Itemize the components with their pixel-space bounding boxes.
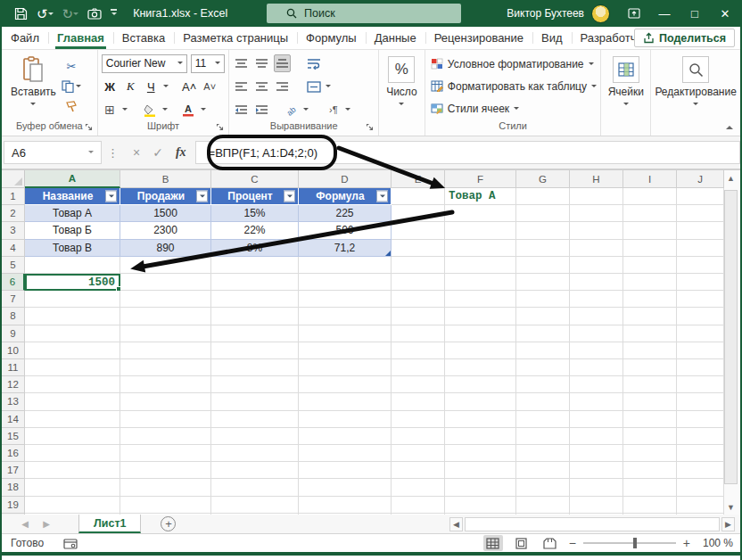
cell-A16[interactable] (25, 445, 120, 462)
collapse-ribbon-chevron[interactable] (726, 122, 733, 129)
cell-H8[interactable] (570, 308, 623, 325)
cell-G7[interactable] (516, 291, 570, 308)
row-header-19[interactable]: 19 (2, 497, 25, 514)
zoom-level-label[interactable]: 100 % (699, 537, 733, 549)
cell-F15[interactable] (445, 428, 516, 445)
user-name[interactable]: Виктор Бухтеев (507, 7, 584, 20)
cell-E9[interactable] (392, 325, 445, 342)
cell-J14[interactable] (677, 411, 724, 428)
orientation-icon[interactable]: ab (283, 101, 300, 119)
cell-H5[interactable] (570, 257, 623, 274)
column-header-I[interactable]: I (623, 170, 677, 188)
cell-J2[interactable] (677, 205, 724, 222)
cell-D19[interactable] (299, 497, 392, 514)
conditional-formatting-button[interactable]: Условное форматирование (431, 53, 594, 75)
row-header-5[interactable]: 5 (2, 257, 25, 274)
cell-J11[interactable] (677, 359, 724, 376)
column-header-A[interactable]: A (25, 170, 120, 188)
cell-E3[interactable] (392, 222, 445, 239)
horizontal-scroll-thumb[interactable] (465, 517, 720, 531)
cell-D3[interactable]: 506 (299, 222, 392, 239)
enter-formula-icon[interactable]: ✓ (153, 145, 163, 160)
cell-I2[interactable] (623, 205, 677, 222)
cell-C15[interactable] (211, 428, 299, 445)
cell-G6[interactable] (516, 274, 570, 291)
formula-input[interactable]: =ВПР(F1; A1:D4;2;0) (195, 141, 740, 164)
cell-D6[interactable] (299, 274, 392, 291)
name-box[interactable]: А6 (4, 141, 102, 164)
cell-H14[interactable] (570, 411, 623, 428)
cell-I18[interactable] (623, 479, 677, 496)
undo-button[interactable]: ↺ (33, 2, 57, 25)
cell-B8[interactable] (120, 308, 211, 325)
cell-A18[interactable] (25, 479, 120, 496)
cell-D9[interactable] (299, 325, 392, 342)
cell-G11[interactable] (516, 359, 570, 376)
cell-A13[interactable] (25, 393, 120, 410)
cell-A4[interactable]: Товар В (25, 240, 120, 257)
bold-button[interactable]: Ж (102, 78, 119, 95)
cell-B17[interactable] (120, 462, 211, 479)
cell-F12[interactable] (445, 376, 516, 393)
cell-C6[interactable] (211, 274, 299, 291)
filter-button-Продажи[interactable] (196, 191, 208, 202)
cell-F3[interactable] (445, 222, 516, 239)
row-header-2[interactable]: 2 (2, 205, 25, 222)
increase-indent-icon[interactable] (253, 101, 270, 119)
scroll-down-arrow[interactable]: ▼ (721, 499, 740, 515)
cell-F14[interactable] (445, 411, 516, 428)
page-layout-view-icon[interactable] (512, 535, 532, 551)
row-header-16[interactable]: 16 (2, 445, 25, 462)
cell-E4[interactable] (392, 240, 445, 257)
cell-C1[interactable]: Процент (211, 188, 299, 205)
text-direction-chevron[interactable] (345, 108, 350, 113)
cell-F8[interactable] (445, 308, 516, 325)
column-header-B[interactable]: B (120, 170, 211, 188)
format-painter-icon[interactable] (62, 98, 81, 116)
cell-E5[interactable] (392, 257, 445, 274)
cell-G17[interactable] (516, 462, 570, 479)
font-size-select[interactable]: 11 (191, 54, 225, 73)
cell-G4[interactable] (516, 240, 570, 257)
cell-F10[interactable] (445, 342, 516, 359)
font-dialog-launcher[interactable] (216, 122, 224, 133)
cell-C8[interactable] (211, 308, 299, 325)
cell-G1[interactable] (516, 188, 570, 205)
cell-C17[interactable] (211, 462, 299, 479)
cell-J15[interactable] (677, 428, 724, 445)
close-button[interactable]: ✕ (710, 0, 740, 27)
font-name-select[interactable]: Courier New (102, 54, 187, 73)
insert-function-icon[interactable]: fx (176, 145, 186, 160)
cell-G18[interactable] (516, 479, 570, 496)
table-resize-handle[interactable] (385, 251, 391, 256)
select-all-corner[interactable] (2, 170, 25, 188)
maximize-button[interactable]: □ (680, 0, 710, 27)
tab-formulas[interactable]: Формулы (297, 27, 366, 49)
cell-B4[interactable]: 890 (120, 240, 211, 257)
cell-C16[interactable] (211, 445, 299, 462)
row-header-11[interactable]: 11 (2, 359, 25, 376)
scroll-right-arrow[interactable]: ▶ (721, 517, 735, 531)
row-header-6[interactable]: 6 (2, 274, 25, 291)
cell-F19[interactable] (445, 497, 516, 514)
cell-H10[interactable] (570, 342, 623, 359)
paste-button[interactable]: Вставить (5, 53, 62, 111)
ribbon-display-options-button[interactable] (619, 0, 649, 27)
save-icon[interactable] (11, 2, 31, 25)
row-header-12[interactable]: 12 (2, 376, 25, 393)
cell-F18[interactable] (445, 479, 516, 496)
cell-H12[interactable] (570, 376, 623, 393)
cell-J8[interactable] (677, 308, 724, 325)
wrap-text-icon[interactable] (305, 54, 322, 72)
cell-F7[interactable] (445, 291, 516, 308)
cell-I17[interactable] (623, 462, 677, 479)
cell-B9[interactable] (120, 325, 211, 342)
alignment-dialog-launcher[interactable] (366, 122, 374, 133)
cell-styles-button[interactable]: Стили ячеек (431, 97, 519, 119)
cell-G8[interactable] (516, 308, 570, 325)
user-avatar[interactable] (591, 4, 610, 23)
new-sheet-button[interactable]: + (161, 516, 176, 531)
redo-button[interactable]: ↻ (59, 2, 83, 25)
cell-A1[interactable]: Название (25, 188, 120, 205)
macro-record-icon[interactable] (63, 538, 78, 549)
